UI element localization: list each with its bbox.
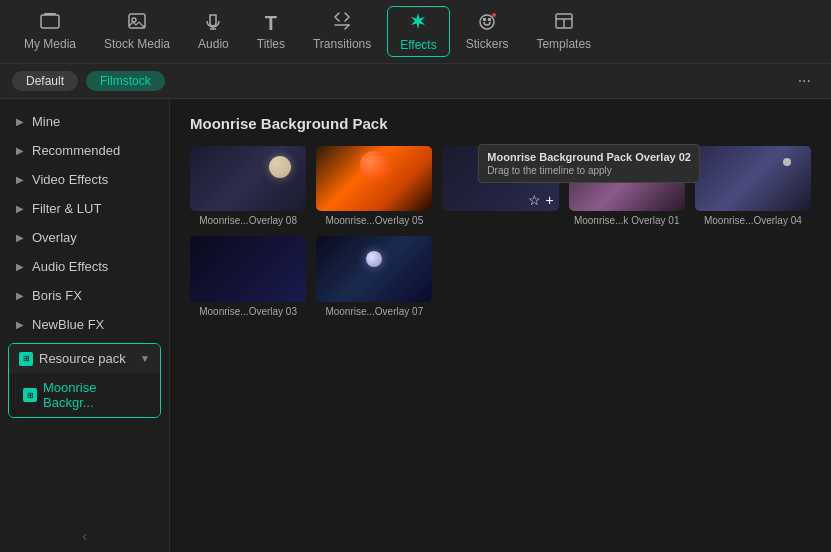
sidebar-item-mine[interactable]: ▶ Mine [0, 107, 169, 136]
thumb-05-preview [316, 146, 432, 211]
thumb-07-label: Moonrise...Overlay 07 [316, 306, 432, 317]
audio-icon [204, 12, 222, 33]
nav-transitions[interactable]: Transitions [301, 8, 383, 55]
nav-my-media-label: My Media [24, 37, 76, 51]
sidebar-item-overlay[interactable]: ▶ Overlay [0, 223, 169, 252]
thumb-overlay-08[interactable]: Moonrise...Overlay 08 [190, 146, 306, 226]
pill-filmstock[interactable]: Filmstock [86, 71, 165, 91]
sidebar-item-recommended-label: Recommended [32, 143, 120, 158]
sidebar-collapse-button[interactable]: ‹ [82, 528, 87, 544]
svg-point-3 [132, 18, 136, 22]
newblue-fx-arrow-icon: ▶ [16, 319, 24, 330]
top-nav: My Media Stock Media Audio T Titles [0, 0, 831, 64]
content-area: Moonrise Background Pack Moonrise...Over… [170, 99, 831, 552]
stock-media-icon [127, 12, 147, 33]
thumb-overlay-04[interactable]: Moonrise...Overlay 04 [695, 146, 811, 226]
effects-icon [408, 11, 428, 34]
pill-filmstock-label: Filmstock [100, 74, 151, 88]
my-media-icon [40, 12, 60, 33]
sidebar-item-boris-fx[interactable]: ▶ Boris FX [0, 281, 169, 310]
thumb-03-label: Moonrise...Overlay 03 [190, 306, 306, 317]
mine-arrow-icon: ▶ [16, 116, 24, 127]
recommended-arrow-icon: ▶ [16, 145, 24, 156]
pill-default-label: Default [26, 74, 64, 88]
thumb-02-preview: ☆ + [442, 146, 558, 211]
sidebar-item-newblue-fx-label: NewBlue FX [32, 317, 104, 332]
nav-templates[interactable]: Templates [524, 8, 603, 55]
thumb-overlay-05[interactable]: Moonrise...Overlay 05 [316, 146, 432, 226]
effects-grid: Moonrise...Overlay 08 Moonrise...Overlay… [190, 146, 811, 317]
nav-stock-media-label: Stock Media [104, 37, 170, 51]
boris-fx-arrow-icon: ▶ [16, 290, 24, 301]
video-effects-arrow-icon: ▶ [16, 174, 24, 185]
sidebar-item-newblue-fx[interactable]: ▶ NewBlue FX [0, 310, 169, 339]
transitions-icon [331, 12, 353, 33]
sidebar-item-filter-lut[interactable]: ▶ Filter & LUT [0, 194, 169, 223]
nav-titles[interactable]: T Titles [245, 9, 297, 55]
star-icon[interactable]: ☆ [528, 192, 541, 208]
nav-effects-label: Effects [400, 38, 436, 52]
svg-rect-1 [44, 13, 56, 15]
thumb-overlay-01[interactable]: Moonrise...k Overlay 01 [569, 146, 685, 226]
resource-pack-icon: ⊞ [19, 352, 33, 366]
nav-stickers[interactable]: Stickers [454, 8, 521, 55]
nav-stock-media[interactable]: Stock Media [92, 8, 182, 55]
sidebar-item-mine-label: Mine [32, 114, 60, 129]
sidebar-item-recommended[interactable]: ▶ Recommended [0, 136, 169, 165]
svg-point-10 [492, 13, 496, 17]
nav-audio[interactable]: Audio [186, 8, 241, 55]
thumb-02-overlay-icons: ☆ + [523, 189, 558, 211]
resource-pack-header[interactable]: ⊞ Resource pack ▼ [9, 344, 160, 373]
pill-default[interactable]: Default [12, 71, 78, 91]
resource-pack-arrow-icon: ▼ [140, 353, 150, 364]
sidebar-item-boris-fx-label: Boris FX [32, 288, 82, 303]
sidebar-item-overlay-label: Overlay [32, 230, 77, 245]
thumb-overlay-03[interactable]: Moonrise...Overlay 03 [190, 236, 306, 316]
resource-pack-section: ⊞ Resource pack ▼ ⊞ Moonrise Backgr... [8, 343, 161, 418]
audio-effects-arrow-icon: ▶ [16, 261, 24, 272]
thumb-03-preview [190, 236, 306, 301]
sidebar-item-audio-effects[interactable]: ▶ Audio Effects [0, 252, 169, 281]
nav-effects[interactable]: Effects [387, 6, 449, 57]
thumb-05-label: Moonrise...Overlay 05 [316, 215, 432, 226]
moonrise-bg-item[interactable]: ⊞ Moonrise Backgr... [9, 373, 160, 417]
svg-marker-6 [411, 13, 425, 29]
sidebar-item-filter-lut-label: Filter & LUT [32, 201, 101, 216]
thumb-overlay-02[interactable]: ☆ + Moonrise Background Pack Overlay 02 … [442, 146, 558, 226]
sub-nav: Default Filmstock ··· [0, 64, 831, 99]
thumb-overlay-07[interactable]: Moonrise...Overlay 07 [316, 236, 432, 316]
more-options-button[interactable]: ··· [790, 70, 819, 92]
plus-icon[interactable]: + [545, 192, 553, 208]
thumb-07-preview [316, 236, 432, 301]
moonrise-bg-label: Moonrise Backgr... [43, 380, 146, 410]
nav-templates-label: Templates [536, 37, 591, 51]
sidebar-item-video-effects-label: Video Effects [32, 172, 108, 187]
templates-icon [554, 12, 574, 33]
svg-point-9 [489, 19, 491, 21]
svg-point-8 [484, 19, 486, 21]
stickers-icon [477, 12, 497, 33]
thumb-08-preview [190, 146, 306, 211]
thumb-08-label: Moonrise...Overlay 08 [190, 215, 306, 226]
svg-point-7 [480, 15, 494, 29]
moonrise-bg-icon: ⊞ [23, 388, 37, 402]
sidebar-item-audio-effects-label: Audio Effects [32, 259, 108, 274]
thumb-01-label: Moonrise...k Overlay 01 [569, 215, 685, 226]
thumb-01-preview [569, 146, 685, 211]
overlay-arrow-icon: ▶ [16, 232, 24, 243]
svg-rect-0 [41, 15, 59, 28]
nav-audio-label: Audio [198, 37, 229, 51]
content-title: Moonrise Background Pack [190, 115, 811, 132]
resource-pack-label: Resource pack [39, 351, 126, 366]
titles-icon: T [265, 13, 277, 33]
nav-stickers-label: Stickers [466, 37, 509, 51]
sidebar: ▶ Mine ▶ Recommended ▶ Video Effects ▶ F… [0, 99, 170, 552]
nav-my-media[interactable]: My Media [12, 8, 88, 55]
nav-titles-label: Titles [257, 37, 285, 51]
nav-transitions-label: Transitions [313, 37, 371, 51]
filter-lut-arrow-icon: ▶ [16, 203, 24, 214]
sidebar-item-video-effects[interactable]: ▶ Video Effects [0, 165, 169, 194]
thumb-04-preview [695, 146, 811, 211]
thumb-04-label: Moonrise...Overlay 04 [695, 215, 811, 226]
main-layout: ▶ Mine ▶ Recommended ▶ Video Effects ▶ F… [0, 99, 831, 552]
